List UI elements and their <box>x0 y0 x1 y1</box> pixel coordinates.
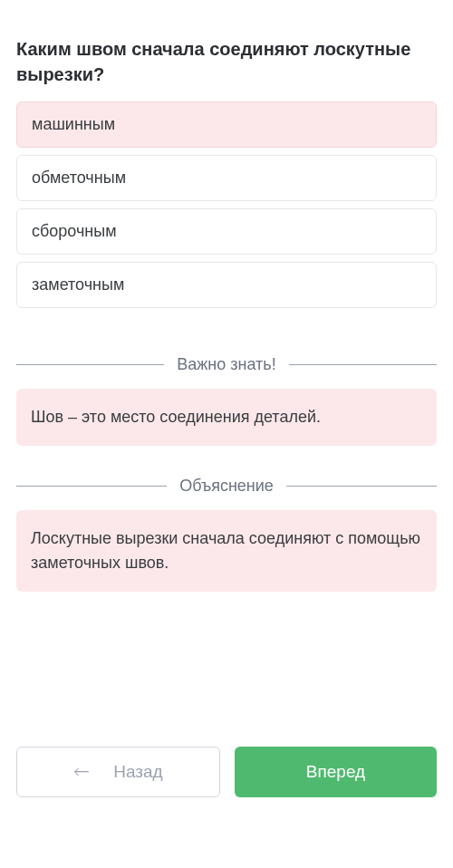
divider-line <box>289 364 437 365</box>
forward-label: Вперед <box>306 762 365 782</box>
nav-buttons: 🡐 Назад Вперед <box>16 747 437 797</box>
option-2[interactable]: сборочным <box>16 208 437 255</box>
option-label: машинным <box>32 115 115 133</box>
important-divider: Важно знать! <box>16 355 437 374</box>
important-text: Шов – это место соединения деталей. <box>31 408 321 426</box>
spacer <box>16 604 437 710</box>
option-3[interactable]: заметочным <box>16 262 437 308</box>
option-1[interactable]: обметочным <box>16 155 437 201</box>
divider-line <box>16 486 167 487</box>
explanation-text: Лоскутные вырезки сначала соединяют с по… <box>31 529 420 572</box>
back-button[interactable]: 🡐 Назад <box>16 747 220 797</box>
divider-line <box>16 364 164 365</box>
explanation-divider: Объяснение <box>16 477 437 496</box>
option-label: заметочным <box>32 275 124 294</box>
option-label: обметочным <box>32 169 126 187</box>
back-label: Назад <box>113 762 162 782</box>
options-list: машинным обметочным сборочным заметочным <box>16 101 437 308</box>
option-0[interactable]: машинным <box>16 101 437 148</box>
explanation-info-box: Лоскутные вырезки сначала соединяют с по… <box>16 510 437 592</box>
explanation-label: Объяснение <box>179 477 274 496</box>
question-title: Каким швом сначала соединяют лоскутные в… <box>16 36 437 87</box>
important-info-box: Шов – это место соединения деталей. <box>16 389 437 446</box>
option-label: сборочным <box>32 222 117 240</box>
arrow-left-icon: 🡐 <box>73 763 90 782</box>
forward-button[interactable]: Вперед <box>235 747 437 797</box>
important-label: Важно знать! <box>177 355 275 374</box>
divider-line <box>286 486 437 487</box>
quiz-container: Каким швом сначала соединяют лоскутные в… <box>0 0 453 868</box>
